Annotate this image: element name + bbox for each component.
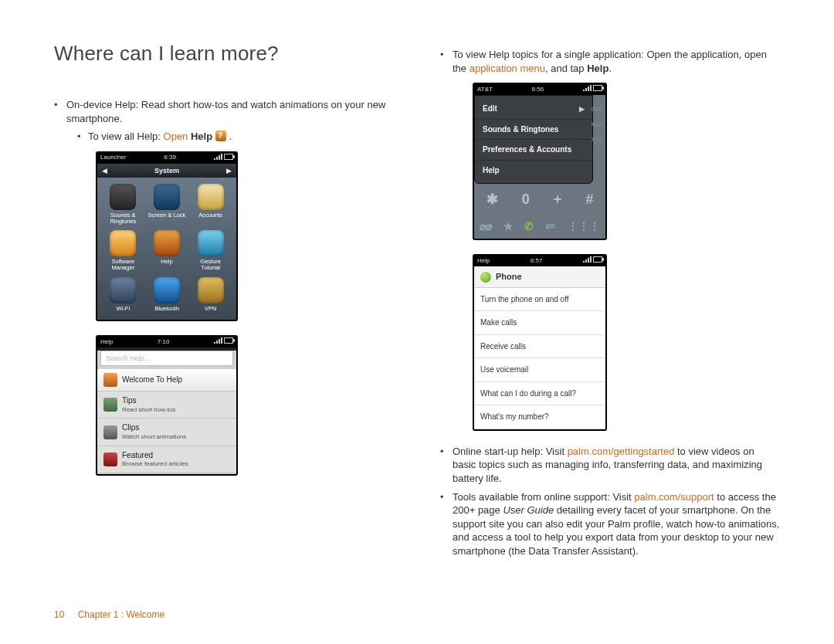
list-item[interactable]: FeaturedBrowse featured articles (97, 446, 236, 473)
help-topic[interactable]: What can I do during a call? (474, 382, 605, 406)
app-icon[interactable]: Help (147, 230, 187, 271)
signal-icon (583, 85, 592, 91)
help-section-header[interactable]: Phone (474, 266, 605, 288)
search-input[interactable]: Search Help... (100, 351, 233, 366)
left-intro: On-device Help: Read short how-tos and w… (54, 98, 394, 476)
list-item[interactable]: TipsRead short how-tos (97, 391, 236, 419)
phone-icon (480, 272, 491, 283)
chevron-right-icon[interactable]: ▶ (226, 166, 232, 175)
page-number: 10 (54, 609, 64, 620)
app-icon[interactable]: Software Manager (103, 230, 143, 271)
battery-icon (593, 256, 602, 263)
dialpad-icon[interactable]: ⋮⋮⋮ (568, 219, 600, 234)
signal-icon (583, 256, 592, 263)
chevron-left-icon[interactable]: ◀ (102, 166, 107, 175)
app-icon[interactable]: Wi-Fi (103, 277, 143, 312)
call-icon[interactable]: ✆ (524, 219, 534, 234)
time-label: 7:10 (113, 338, 213, 347)
dial-key[interactable]: + (554, 190, 562, 208)
page-title: Where can I learn more? (54, 40, 394, 67)
dial-key[interactable]: ✱ (486, 190, 498, 208)
screenshot-phone-help: Help 8:57 Phone Turn the phone on and of… (473, 254, 607, 431)
help-topic[interactable]: Make calls (474, 311, 605, 335)
screenshot-help-list: Help 7:10 Search Help... Welcome To Help… (96, 335, 238, 476)
screenshot-app-menu: AT&T 8:56 Edit▶Sounds & RingtonesPrefere… (473, 83, 607, 240)
time-label: 8:57 (490, 257, 582, 266)
list-icon[interactable]: ≔ (545, 219, 556, 234)
chevron-right-icon: ▶ (579, 104, 585, 114)
help-topic[interactable]: What's my number? (474, 405, 605, 429)
help-topic[interactable]: Turn the phone on and off (474, 288, 605, 312)
signal-icon (214, 337, 222, 344)
star-icon[interactable]: ★ (503, 219, 514, 234)
help-topic[interactable]: Receive calls (474, 335, 605, 359)
left-column: Where can I learn more? On-device Help: … (54, 40, 394, 562)
help-icon (215, 130, 226, 141)
voicemail-icon[interactable]: ⌀⌀ (480, 219, 492, 234)
app-icon[interactable]: Sounds & Ringtones (103, 184, 143, 225)
open-link[interactable]: Open (164, 130, 191, 142)
right-column: To view Help topics for a single applica… (440, 40, 780, 562)
keypad-hint: XYZ (592, 136, 604, 143)
online-support-bullet: Tools available from online support: Vis… (440, 490, 780, 558)
online-startup-bullet: Online start-up help: Visit palm.com/get… (440, 445, 780, 486)
list-item[interactable]: ClipsWatch short animations (97, 419, 236, 446)
gettingstarted-link[interactable]: palm.com/gettingstarted (568, 446, 675, 457)
app-icon[interactable]: VPN (191, 277, 230, 312)
battery-icon (224, 337, 233, 344)
page-footer: 10 Chapter 1 : Welcome (54, 608, 164, 621)
app-icon[interactable]: Accounts (191, 184, 230, 225)
section-title: System (107, 166, 226, 175)
battery-icon (224, 154, 233, 160)
app-icon[interactable]: Screen & Lock (147, 184, 187, 225)
signal-icon (214, 154, 222, 160)
dial-key[interactable]: # (585, 190, 593, 208)
menu-item[interactable]: Edit▶ (475, 99, 592, 120)
carrier-label: Help (100, 338, 113, 347)
keypad-hint: DEF (592, 106, 604, 113)
help-topic[interactable]: Use voicemail (474, 358, 605, 382)
app-menu[interactable]: Edit▶Sounds & RingtonesPreferences & Acc… (474, 95, 593, 184)
list-item[interactable]: Welcome To Help (97, 369, 236, 391)
page: Where can I learn more? On-device Help: … (0, 0, 834, 644)
dial-key[interactable]: 0 (522, 190, 530, 208)
time-label: 8:39 (126, 154, 213, 162)
keypad-hint: MNO (592, 121, 604, 128)
application-menu-link[interactable]: application menu (470, 63, 545, 74)
time-label: 8:56 (493, 86, 583, 94)
menu-item[interactable]: Sounds & Ringtones (475, 120, 592, 141)
menu-item[interactable]: Help (475, 161, 592, 181)
carrier-label: Help (477, 257, 490, 266)
support-link[interactable]: palm.com/support (634, 491, 714, 503)
app-icon[interactable]: Gesture Tutorial (191, 230, 230, 271)
view-all-help-line: To view all Help: Open Help . (77, 130, 394, 144)
app-icon[interactable]: Bluetooth (147, 277, 187, 312)
menu-item[interactable]: Preferences & Accounts (475, 140, 592, 161)
chapter-label: Chapter 1 : Welcome (78, 609, 165, 620)
right-top-bullet: To view Help topics for a single applica… (440, 48, 780, 431)
carrier-label: Launcher (100, 154, 126, 162)
screenshot-launcher: Launcher 8:39 ◀System▶ Sounds & Ringtone… (96, 151, 238, 321)
battery-icon (593, 85, 602, 91)
carrier-label: AT&T (477, 86, 493, 94)
